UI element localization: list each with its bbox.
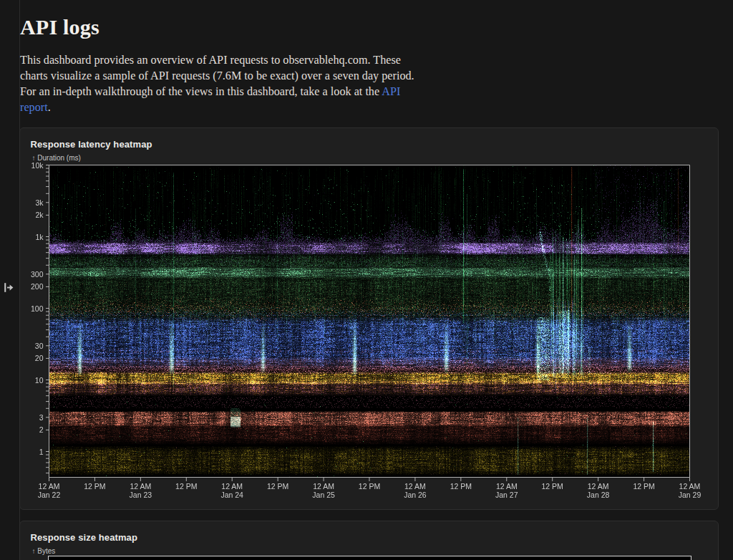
svg-text:3k: 3k bbox=[35, 198, 44, 207]
svg-text:Jan 24: Jan 24 bbox=[220, 491, 243, 499]
svg-text:2k: 2k bbox=[35, 211, 44, 219]
svg-text:2: 2 bbox=[39, 425, 44, 434]
svg-text:30: 30 bbox=[35, 342, 44, 350]
svg-text:12 AM: 12 AM bbox=[313, 482, 334, 491]
svg-text:300: 300 bbox=[31, 270, 44, 279]
svg-text:20: 20 bbox=[35, 354, 44, 362]
svg-text:1k: 1k bbox=[35, 233, 44, 241]
svg-text:12 PM: 12 PM bbox=[267, 482, 288, 491]
svg-text:12 PM: 12 PM bbox=[175, 482, 197, 491]
svg-text:10k: 10k bbox=[31, 161, 44, 170]
svg-text:12 PM: 12 PM bbox=[359, 482, 380, 491]
svg-text:1: 1 bbox=[39, 448, 44, 456]
svg-text:12 AM: 12 AM bbox=[588, 482, 609, 491]
svg-text:200: 200 bbox=[31, 282, 44, 291]
svg-text:Jan 22: Jan 22 bbox=[38, 491, 61, 499]
svg-text:Jan 27: Jan 27 bbox=[495, 491, 518, 499]
svg-text:12 PM: 12 PM bbox=[84, 482, 105, 491]
svg-text:3: 3 bbox=[39, 413, 44, 422]
svg-text:Jan 28: Jan 28 bbox=[587, 491, 610, 499]
svg-text:12 AM: 12 AM bbox=[130, 482, 151, 491]
svg-text:12 AM: 12 AM bbox=[679, 482, 701, 491]
svg-text:12 PM: 12 PM bbox=[542, 482, 563, 491]
svg-text:Jan 23: Jan 23 bbox=[130, 491, 152, 499]
svg-text:12 AM: 12 AM bbox=[39, 482, 60, 491]
svg-text:12 AM: 12 AM bbox=[404, 482, 426, 491]
svg-text:Jan 29: Jan 29 bbox=[679, 491, 702, 499]
svg-text:10: 10 bbox=[35, 376, 44, 385]
svg-text:12 AM: 12 AM bbox=[221, 482, 243, 491]
svg-text:12 AM: 12 AM bbox=[496, 482, 518, 491]
svg-text:Jan 26: Jan 26 bbox=[404, 491, 427, 499]
svg-text:12 PM: 12 PM bbox=[450, 482, 472, 491]
svg-text:12 PM: 12 PM bbox=[633, 482, 654, 491]
svg-text:Jan 25: Jan 25 bbox=[312, 491, 335, 499]
svg-text:100: 100 bbox=[31, 304, 44, 313]
